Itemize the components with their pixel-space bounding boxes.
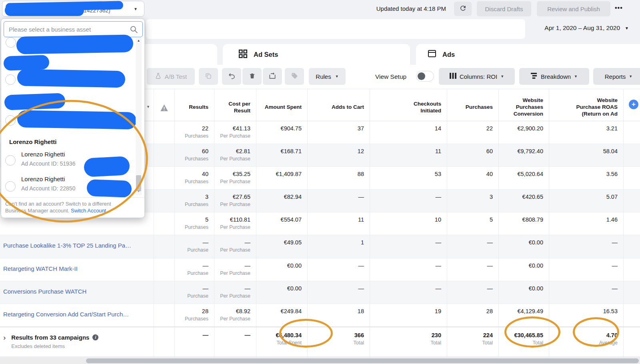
campaign-name-cell: Retargeting WATCH Mark-II: [0, 258, 154, 281]
delivery-warning-cell: [154, 304, 175, 326]
totals-adds-to-cart: 366Total: [308, 327, 370, 357]
review-and-publish-button[interactable]: Review and Publish: [537, 1, 610, 16]
cell-purchases: 40: [447, 167, 499, 189]
cell-cpr: €27.65Per Purchase: [214, 190, 256, 212]
cell-results: 5Purchases: [175, 212, 214, 235]
cell-roas: 3.56: [549, 167, 624, 189]
reports-label: Reports: [605, 73, 626, 80]
redaction-scribble: [4, 93, 65, 110]
account-radio[interactable]: [5, 181, 16, 192]
reports-dropdown-button[interactable]: Reports ▼: [593, 68, 640, 85]
horizontal-scrollbar[interactable]: [0, 358, 640, 364]
expand-chevron-icon[interactable]: ›: [3, 334, 6, 357]
col-header-website-purchase-roas[interactable]: Website Purchase ROAS (Return on Ad: [549, 89, 624, 121]
scroll-up-icon[interactable]: ▲: [136, 39, 142, 42]
account-radio[interactable]: [5, 115, 16, 126]
account-option-title[interactable]: Lorenzo Righetti: [21, 151, 65, 158]
account-radio[interactable]: [6, 37, 16, 48]
cell-wpc: €0.00: [499, 258, 549, 281]
campaign-name-link[interactable]: Conversions Purchase WATCH: [3, 288, 86, 295]
tag-icon: [291, 72, 298, 80]
account-option-subtitle: Ad Account ID: 51936: [21, 160, 75, 167]
cell-cpr: €8.92Per Purchase: [214, 304, 256, 326]
col-header-adds-to-cart[interactable]: Adds to Cart: [308, 89, 370, 121]
columns-icon: [450, 73, 456, 80]
undo-icon: [228, 72, 236, 81]
cell-wpc: €2,900.20: [499, 121, 549, 144]
totals-website-purchases-conversion: €30,465.85Total: [499, 327, 549, 357]
more-options-icon[interactable]: •••: [615, 4, 623, 12]
tag-button[interactable]: [285, 68, 304, 85]
filter-search-bar[interactable]: [146, 19, 525, 39]
duplicate-button[interactable]: [199, 68, 218, 85]
cell-purchases: 5: [447, 212, 499, 235]
col-header-delivery-warning[interactable]: [154, 89, 175, 121]
dropdown-scrollbar-thumb[interactable]: [136, 175, 141, 191]
col-header-checkouts-initiated[interactable]: Checkouts Initiated: [370, 89, 447, 121]
account-option-title[interactable]: Lorenzo Righetti: [21, 176, 65, 182]
discard-drafts-button[interactable]: Discard Drafts: [477, 1, 531, 16]
totals-warning-cell: [154, 327, 175, 357]
campaign-name-cell: Retargeting Conversion Add Cart/Start Pu…: [0, 304, 154, 326]
date-range-picker[interactable]: Apr 1, 2020 – Aug 31, 2020 ▼: [528, 24, 629, 32]
account-option-subtitle: Ad Account ID: 22850: [21, 185, 75, 192]
redaction-scribble: [84, 156, 130, 177]
cell-roas: 1.46: [549, 212, 624, 235]
scroll-down-icon[interactable]: ▼: [136, 190, 142, 193]
breakdown-label: Breakdown: [541, 73, 571, 80]
redaction-scribble: [86, 179, 132, 198]
edit-swap-button[interactable]: [263, 68, 282, 85]
undo-button[interactable]: [222, 68, 241, 85]
col-header-website-purchases-conversion[interactable]: Website Purchases Conversion: [499, 89, 549, 121]
rules-button[interactable]: Rules ▼: [309, 68, 346, 85]
delivery-warning-cell: [154, 190, 175, 212]
cell-checkouts: —: [370, 235, 447, 258]
campaign-name-link[interactable]: Retargeting Conversion Add Cart/Start Pu…: [3, 311, 129, 318]
tab-ad-sets[interactable]: Ad Sets: [223, 44, 410, 65]
empty-cell: [624, 190, 640, 212]
campaign-name-link[interactable]: Purchase Lookalike 1-3% TOP 25 Landing P…: [3, 242, 131, 249]
totals-website-purchase-roas: 4.70Average: [549, 327, 624, 357]
cell-checkouts: 53: [370, 167, 447, 189]
view-setup-toggle[interactable]: [416, 71, 434, 82]
cell-checkouts: —: [370, 258, 447, 281]
cell-atc: —: [308, 281, 370, 304]
view-setup-label: View Setup: [375, 73, 406, 80]
redaction-scribble: [17, 110, 137, 129]
cell-spent: €249.84: [256, 304, 308, 326]
cell-cpr: €2.81Per Purchase: [214, 144, 256, 166]
ab-test-button[interactable]: A/B Test: [147, 68, 195, 85]
delete-button[interactable]: [242, 68, 262, 85]
chevron-down-icon: ▼: [625, 26, 629, 30]
add-column-button[interactable]: +: [629, 100, 638, 109]
col-header-cost-per-result[interactable]: Cost per Result: [214, 89, 256, 121]
cell-cpr: €110.81Per Purchase: [214, 212, 256, 235]
cell-roas: —: [549, 281, 624, 304]
tab-ads[interactable]: Ads: [416, 44, 640, 65]
delivery-warning-cell: [154, 144, 175, 166]
info-icon[interactable]: i: [92, 334, 98, 340]
cell-purchases: 22: [447, 121, 499, 144]
cell-roas: 3.21: [549, 121, 624, 144]
columns-dropdown-button[interactable]: Columns: ROI ▼: [439, 68, 515, 85]
refresh-button[interactable]: [454, 2, 472, 16]
switch-account-link[interactable]: Switch Account: [71, 208, 106, 214]
totals-empty-cell: [624, 327, 640, 357]
breakdown-dropdown-button[interactable]: Breakdown ▼: [519, 68, 589, 85]
dropdown-scrollbar[interactable]: [136, 38, 142, 195]
horizontal-scrollbar-thumb[interactable]: [86, 358, 639, 363]
campaign-name-link[interactable]: Retargeting WATCH Mark-II: [3, 265, 78, 272]
col-header-purchases[interactable]: Purchases: [447, 89, 499, 121]
account-radio[interactable]: [5, 74, 16, 85]
col-header-amount-spent[interactable]: Amount Spent: [256, 89, 308, 121]
tab-campaigns[interactable]: [136, 44, 217, 65]
cell-results: 28Purchases: [175, 304, 214, 326]
cell-atc: 12: [308, 144, 370, 166]
chevron-down-icon: ▼: [574, 74, 578, 78]
account-radio[interactable]: [5, 155, 16, 166]
totals-cost-per-result: —: [214, 327, 256, 357]
col-header-results[interactable]: Results: [175, 89, 214, 121]
ad-account-selector-button[interactable]: 14227362) ▼: [2, 1, 144, 17]
cell-spent: €904.75: [256, 121, 308, 144]
empty-cell: [624, 235, 640, 258]
